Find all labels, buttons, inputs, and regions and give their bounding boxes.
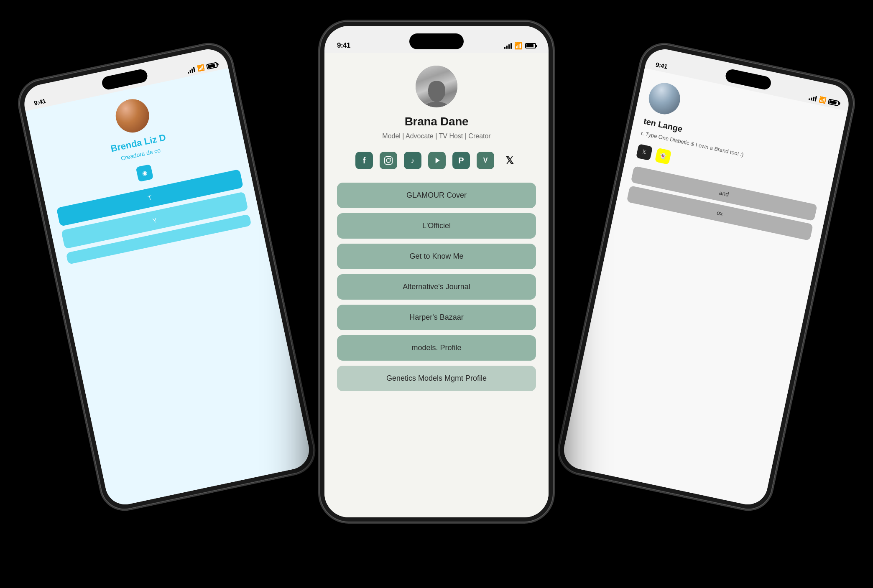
left-social-icons: ◉ — [136, 164, 154, 182]
link-alternatives-journal[interactable]: Alternative's Journal — [337, 274, 536, 300]
right-signal — [809, 94, 817, 101]
tiktok-icon[interactable]: ♪ — [404, 152, 421, 169]
right-x-icon[interactable]: 𝕏 — [636, 144, 653, 160]
scene: 9:41 📶 — [0, 0, 873, 588]
link-get-to-know-me[interactable]: Get to Know Me — [337, 244, 536, 269]
left-phone-screen: 9:41 📶 — [20, 46, 312, 508]
center-signal — [504, 43, 512, 49]
center-battery — [525, 43, 536, 48]
svg-point-2 — [390, 158, 391, 159]
link-glamour-cover[interactable]: GLAMOUR Cover — [337, 183, 536, 208]
center-screen-content[interactable]: Brana Dane Model | Advocate | TV Host | … — [324, 53, 549, 517]
left-screen-content: Brenda Liz D Creadora de co ◉ T Y — [26, 68, 313, 508]
facebook-icon[interactable]: f — [355, 152, 373, 169]
x-twitter-icon[interactable]: 𝕏 — [501, 152, 518, 169]
center-status-icons: 📶 — [504, 42, 536, 50]
right-battery — [828, 99, 840, 106]
right-phone-screen: 9:41 📶 — [560, 46, 852, 508]
right-avatar — [646, 80, 683, 117]
center-phone: 9:41 📶 — [319, 21, 554, 522]
right-snapchat-icon[interactable]: 👻 — [655, 148, 671, 164]
link-genetics-models[interactable]: Genetics Models Mgmt Profile — [337, 366, 536, 391]
youtube-icon[interactable] — [428, 152, 446, 169]
link-models-profile[interactable]: models. Profile — [337, 335, 536, 361]
right-time: 9:41 — [655, 61, 668, 70]
profile-bio: Model | Advocate | TV Host | Creator — [382, 132, 490, 140]
right-screen-content: ten Lange r. Type One Diabetic & I own a… — [560, 68, 847, 508]
svg-point-1 — [386, 158, 390, 162]
left-wifi-icon: 📶 — [197, 64, 205, 72]
left-phone: 9:41 📶 — [15, 40, 319, 514]
link-harpers-bazaar[interactable]: Harper's Bazaar — [337, 305, 536, 330]
right-wifi-icon: 📶 — [818, 96, 827, 104]
right-phone-shell: 9:41 📶 — [554, 40, 858, 514]
left-phone-shell: 9:41 📶 — [15, 40, 319, 514]
svg-rect-0 — [385, 157, 392, 164]
center-wifi-icon: 📶 — [514, 42, 523, 50]
left-signal — [187, 66, 196, 74]
left-battery — [206, 62, 218, 69]
svg-marker-3 — [436, 158, 440, 163]
link-lofficiel[interactable]: L'Officiel — [337, 213, 536, 239]
profile-name: Brana Dane — [405, 115, 469, 128]
instagram-icon[interactable] — [380, 152, 397, 169]
center-time: 9:41 — [337, 41, 350, 50]
center-phone-screen: 9:41 📶 — [324, 26, 549, 517]
left-time: 9:41 — [33, 97, 46, 107]
left-avatar — [112, 96, 152, 136]
center-dynamic-island — [409, 33, 464, 49]
left-instagram-icon[interactable]: ◉ — [136, 164, 154, 182]
right-phone: 9:41 📶 — [554, 40, 858, 514]
venmo-icon[interactable]: V — [477, 152, 494, 169]
social-icons-row: f ♪ — [355, 152, 518, 169]
center-phone-shell: 9:41 📶 — [319, 21, 554, 522]
link-buttons-list: GLAMOUR Cover L'Officiel Get to Know Me … — [337, 183, 536, 400]
pinterest-icon[interactable]: P — [452, 152, 470, 169]
avatar-image — [416, 66, 457, 107]
profile-avatar — [416, 66, 457, 107]
